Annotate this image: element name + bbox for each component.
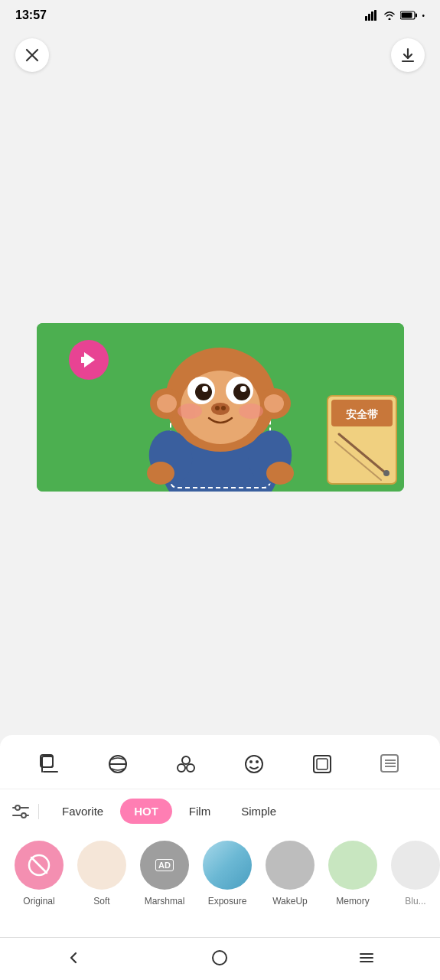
- marshmal-circle: AD: [140, 841, 189, 890]
- back-icon: [64, 949, 83, 967]
- svg-point-21: [264, 394, 284, 413]
- svg-point-63: [15, 805, 20, 810]
- filter-exposure[interactable]: Exposure: [200, 841, 254, 906]
- more-icon: [380, 753, 401, 775]
- filter-settings[interactable]: [12, 805, 29, 818]
- status-icons: •: [365, 10, 425, 21]
- svg-point-19: [157, 394, 177, 413]
- svg-point-51: [178, 764, 185, 772]
- dot-indicator: •: [422, 11, 425, 20]
- menu-icon: [357, 949, 376, 967]
- soft-circle: [77, 841, 126, 890]
- filter-tool[interactable]: [101, 747, 135, 781]
- svg-rect-1: [368, 14, 370, 21]
- top-bar: [0, 31, 440, 80]
- home-icon: [210, 949, 229, 967]
- sliders-icon: [12, 805, 29, 818]
- tab-simple[interactable]: Simple: [227, 799, 290, 824]
- svg-point-68: [213, 951, 227, 965]
- status-time: 13:57: [15, 8, 47, 22]
- frame-icon: [311, 753, 333, 775]
- tool-row: [0, 735, 440, 789]
- close-button[interactable]: [15, 38, 49, 72]
- svg-point-65: [21, 813, 26, 818]
- svg-point-27: [202, 386, 208, 392]
- svg-point-32: [178, 403, 202, 419]
- svg-point-26: [233, 384, 250, 400]
- svg-point-50: [182, 756, 190, 764]
- wakeup-circle: [266, 841, 315, 890]
- bottom-panel: Favorite HOT Film Simple Original Soft A…: [0, 735, 440, 937]
- svg-point-28: [240, 386, 246, 392]
- wifi-icon: [383, 11, 396, 20]
- crop-tool[interactable]: [33, 747, 67, 781]
- tab-favorite[interactable]: Favorite: [48, 799, 117, 824]
- blur-circle: [391, 841, 440, 890]
- filter-memory[interactable]: Memory: [326, 841, 380, 906]
- filter-items: Original Soft AD Marshmal Exposure WakeU…: [0, 833, 440, 922]
- monkey-artwork: 安全带: [37, 323, 404, 492]
- wakeup-label: WakeUp: [272, 896, 308, 906]
- memory-label: Memory: [336, 896, 369, 906]
- tab-hot[interactable]: HOT: [120, 799, 172, 824]
- filter-wakeup[interactable]: WakeUp: [263, 841, 317, 906]
- svg-point-25: [195, 384, 212, 400]
- svg-rect-2: [371, 11, 373, 21]
- tab-divider: [38, 804, 39, 819]
- face-icon: [243, 753, 265, 775]
- filter-marshmal[interactable]: AD Marshmal: [138, 841, 191, 906]
- exposure-circle: [203, 841, 252, 890]
- exposure-label: Exposure: [208, 896, 247, 906]
- memory-circle: [328, 841, 377, 890]
- svg-rect-0: [365, 16, 367, 21]
- svg-point-31: [221, 406, 226, 410]
- svg-point-30: [215, 406, 220, 410]
- svg-rect-5: [402, 13, 412, 18]
- nav-home-button[interactable]: [203, 941, 236, 975]
- svg-rect-57: [317, 759, 328, 769]
- image-area: 安全带: [0, 80, 440, 735]
- filter-soft[interactable]: Soft: [75, 841, 129, 906]
- more-tool[interactable]: [373, 747, 407, 781]
- svg-point-43: [383, 470, 389, 476]
- marshmal-label: Marshmal: [145, 896, 185, 906]
- svg-point-53: [246, 756, 262, 773]
- svg-point-55: [256, 760, 259, 763]
- svg-point-36: [147, 462, 174, 485]
- svg-rect-44: [42, 756, 53, 767]
- download-icon: [400, 47, 416, 63]
- frame-tool[interactable]: [305, 747, 339, 781]
- svg-point-29: [211, 403, 230, 415]
- sticker-tool[interactable]: [169, 747, 203, 781]
- svg-rect-3: [374, 10, 376, 21]
- filter-icon: [107, 753, 129, 775]
- nav-bar: [0, 937, 440, 980]
- svg-point-54: [249, 760, 253, 763]
- svg-point-37: [266, 462, 294, 485]
- blur-label: Blu...: [405, 896, 425, 906]
- nav-menu-button[interactable]: [350, 941, 383, 975]
- filter-original[interactable]: Original: [12, 841, 66, 906]
- battery-icon: [400, 11, 417, 20]
- close-icon: [25, 48, 39, 62]
- crop-icon: [39, 753, 60, 775]
- ban-icon: [27, 853, 51, 877]
- svg-rect-6: [416, 14, 417, 18]
- tab-film[interactable]: Film: [175, 799, 224, 824]
- ad-badge: AD: [155, 859, 174, 871]
- signal-icon: [365, 10, 379, 21]
- svg-point-52: [187, 764, 194, 772]
- svg-text:安全带: 安全带: [345, 408, 378, 420]
- download-button[interactable]: [391, 38, 425, 72]
- face-tool[interactable]: [237, 747, 271, 781]
- svg-point-33: [239, 403, 263, 419]
- sticker-image: 安全带: [37, 323, 404, 492]
- filter-blur[interactable]: Blu...: [389, 841, 440, 906]
- filter-tabs: Favorite HOT Film Simple: [0, 789, 440, 833]
- status-bar: 13:57 •: [0, 0, 440, 31]
- sticker-icon: [175, 753, 197, 775]
- soft-label: Soft: [93, 896, 109, 906]
- nav-back-button[interactable]: [57, 941, 90, 975]
- svg-line-67: [31, 858, 47, 873]
- original-circle: [15, 841, 64, 890]
